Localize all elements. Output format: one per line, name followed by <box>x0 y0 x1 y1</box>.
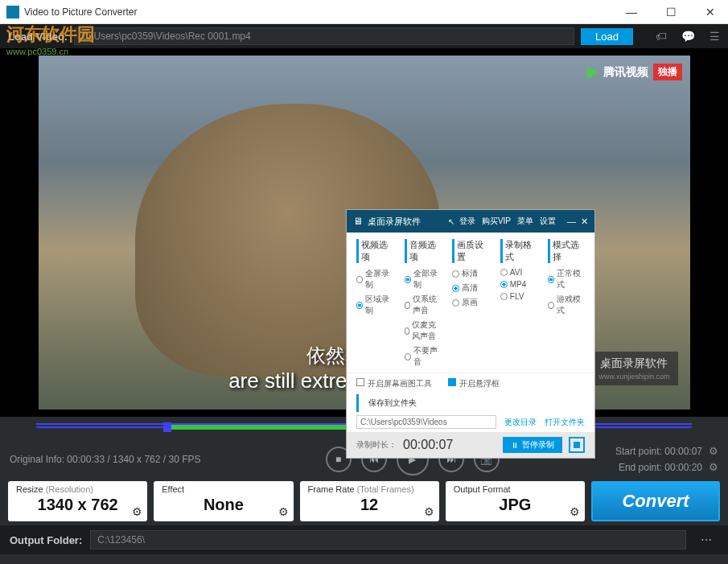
recorder-close[interactable]: ✕ <box>581 216 588 227</box>
opt-all-audio[interactable]: 全部录制 <box>405 268 442 290</box>
settings-row: Resize (Resolution) 1340 x 762 ⚙ Effect … <box>0 477 728 525</box>
start-point-gear-icon[interactable]: ⚙ <box>709 445 718 457</box>
opt-flv[interactable]: FLV <box>500 292 537 301</box>
recorder-header[interactable]: 🖥 桌面录屏软件 ↖ 登录 购买VIP 菜单 设置 — ✕ <box>347 210 594 233</box>
tab-video-options: 视频选项 <box>356 239 393 263</box>
opt-hd[interactable]: 高清 <box>452 282 489 294</box>
format-setting[interactable]: Output Format JPG ⚙ <box>446 481 585 521</box>
close-button[interactable]: ✕ <box>699 6 722 19</box>
tencent-logo-text: 腾讯视频 <box>603 65 648 80</box>
opt-region[interactable]: 区域录制 <box>356 294 393 316</box>
window-title: Video to Picture Converter <box>24 6 619 18</box>
tab-format: 录制格式 <box>500 239 537 263</box>
tab-quality: 画质设置 <box>452 239 489 263</box>
opt-original[interactable]: 原画 <box>452 297 489 308</box>
framerate-gear-icon[interactable]: ⚙ <box>424 505 434 518</box>
list-icon[interactable]: ☰ <box>709 30 720 43</box>
opt-fullscreen[interactable]: 全屏录制 <box>356 268 393 290</box>
record-time-value: 00:00:07 <box>403 438 496 452</box>
output-folder-row: Output Folder: C:\123456\ ⋯ <box>0 525 728 554</box>
recorder-vip-link[interactable]: 购买VIP <box>482 216 511 227</box>
recorder-login-link[interactable]: 登录 <box>459 216 475 227</box>
end-point-label: End point: <box>619 462 662 473</box>
tencent-play-icon <box>587 66 598 79</box>
browse-output-button[interactable]: ⋯ <box>694 532 718 548</box>
tab-mode: 模式选择 <box>548 239 585 263</box>
chat-icon[interactable]: 💬 <box>681 30 695 43</box>
framerate-value: 12 <box>308 496 431 514</box>
check-floating-box[interactable]: 开启悬浮框 <box>448 378 500 389</box>
effect-gear-icon[interactable]: ⚙ <box>278 505 289 518</box>
recorder-monitor-icon: 🖥 <box>353 216 363 227</box>
resize-gear-icon[interactable]: ⚙ <box>132 505 142 518</box>
timeline-start-handle[interactable] <box>163 422 171 432</box>
maximize-button[interactable]: ☐ <box>660 6 683 19</box>
load-button[interactable]: Load <box>581 28 633 45</box>
opt-system-audio[interactable]: 仅系统声音 <box>405 294 442 316</box>
tencent-exclusive-badge: 独播 <box>653 64 682 80</box>
opt-no-audio[interactable]: 不要声音 <box>405 345 442 368</box>
output-folder-label: Output Folder: <box>10 534 82 546</box>
check-drawing-tool[interactable]: 开启屏幕画图工具 <box>356 378 432 389</box>
tencent-watermark: 腾讯视频 独播 <box>587 64 682 80</box>
stop-record-button[interactable] <box>569 437 585 453</box>
effect-setting[interactable]: Effect None ⚙ <box>154 481 293 521</box>
recorder-menu-link[interactable]: 菜单 <box>517 216 533 227</box>
opt-avi[interactable]: AVI <box>500 268 537 277</box>
open-folder-link[interactable]: 打开文件夹 <box>545 417 585 428</box>
recorder-watermark-url: www.xunjieshipin.com <box>598 373 669 381</box>
video-preview-area: 腾讯视频 独播 依然相当矫弱 are still extremely vulne… <box>0 48 728 417</box>
video-path-input[interactable]: C:\Users\pc0359\Videos\Rec 0001.mp4 <box>74 27 574 45</box>
format-gear-icon[interactable]: ⚙ <box>570 505 580 518</box>
record-time-label: 录制时长： <box>356 439 397 451</box>
opt-sd[interactable]: 标清 <box>452 268 489 279</box>
opt-mic-audio[interactable]: 仅麦克风声音 <box>405 319 442 342</box>
window-titlebar: Video to Picture Converter — ☐ ✕ <box>0 0 728 24</box>
resize-value: 1340 x 762 <box>16 496 139 514</box>
format-value: JPG <box>454 496 577 514</box>
recorder-title: 桌面录屏软件 <box>368 216 443 228</box>
end-point-gear-icon[interactable]: ⚙ <box>709 461 718 473</box>
recorder-watermark-text: 桌面录屏软件 <box>598 356 669 371</box>
save-folder-label: 保存到文件夹 <box>356 394 594 412</box>
output-folder-input[interactable]: C:\123456\ <box>90 530 686 550</box>
framerate-setting[interactable]: Frame Rate (Total Frames) 12 ⚙ <box>300 481 439 521</box>
screen-recorder-panel: 🖥 桌面录屏软件 ↖ 登录 购买VIP 菜单 设置 — ✕ 视频选项 音频选项 … <box>346 209 595 459</box>
start-point-value: 00:00:07 <box>664 446 702 457</box>
recorder-watermark: 桌面录屏软件 www.xunjieshipin.com <box>590 352 677 385</box>
trim-points: Start point: 00:00:07⚙ End point: 00:00:… <box>574 443 718 475</box>
start-point-label: Start point: <box>615 446 662 457</box>
convert-button[interactable]: Convert <box>591 481 720 521</box>
original-info: Original Info: 00:00:33 / 1340 x 762 / 3… <box>10 454 251 465</box>
end-point-value: 00:00:20 <box>664 462 702 473</box>
cursor-icon: ↖ <box>448 217 454 226</box>
opt-mp4[interactable]: MP4 <box>500 280 537 289</box>
save-folder-input[interactable]: C:\Users\pc0359\Videos <box>356 415 496 429</box>
load-video-bar: Load Video: C:\Users\pc0359\Videos\Rec 0… <box>0 24 728 48</box>
opt-game-mode[interactable]: 游戏模式 <box>548 294 585 316</box>
load-video-label: Load Video: <box>8 31 68 43</box>
app-icon <box>6 6 19 19</box>
pause-record-button[interactable]: ⏸暂停录制 <box>503 437 562 453</box>
tag-icon[interactable]: 🏷 <box>656 30 667 43</box>
recorder-settings-link[interactable]: 设置 <box>540 216 556 227</box>
minimize-button[interactable]: — <box>619 6 644 19</box>
opt-normal-mode[interactable]: 正常模式 <box>548 268 585 290</box>
change-folder-link[interactable]: 更改目录 <box>504 417 537 428</box>
recorder-minimize[interactable]: — <box>567 216 576 227</box>
effect-value: None <box>162 496 285 514</box>
resize-setting[interactable]: Resize (Resolution) 1340 x 762 ⚙ <box>8 481 147 521</box>
tab-audio-options: 音频选项 <box>405 239 442 263</box>
